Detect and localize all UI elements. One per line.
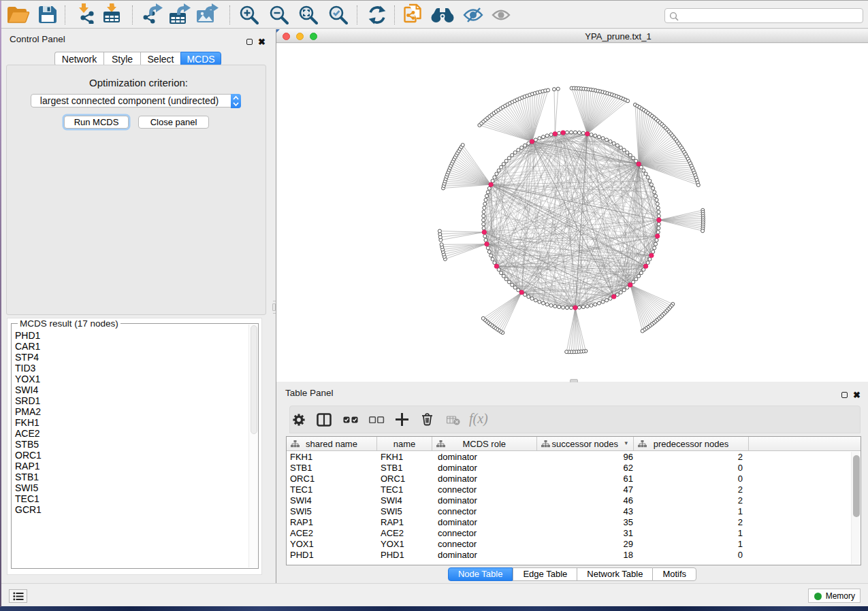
svg-text:f(x): f(x) — [469, 412, 488, 427]
